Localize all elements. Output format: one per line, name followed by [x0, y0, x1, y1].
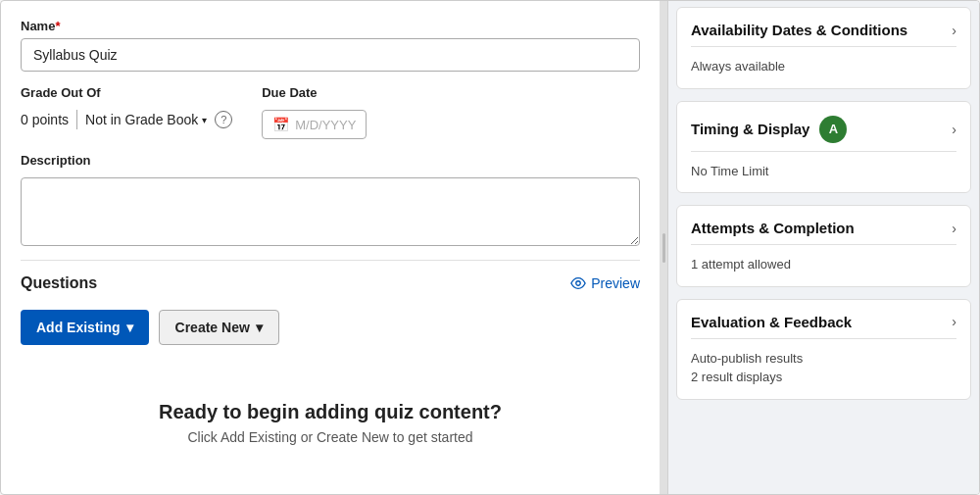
create-new-button[interactable]: Create New ▾: [159, 310, 279, 345]
grade-row: 0 points Not in Grade Book ▾ ?: [21, 110, 232, 129]
questions-header: Questions Preview: [21, 274, 640, 292]
description-label: Description: [21, 153, 640, 168]
page-container: Name* Grade Out Of 0 points Not in Grade…: [0, 0, 980, 495]
preview-button[interactable]: Preview: [570, 275, 640, 291]
empty-state: Ready to begin adding quiz content? Clic…: [21, 359, 640, 476]
grade-section: Grade Out Of 0 points Not in Grade Book …: [21, 85, 232, 129]
create-new-chevron-icon: ▾: [256, 320, 263, 335]
attempts-section: Attempts & Completion › 1 attempt allowe…: [676, 205, 971, 287]
grade-book-label: Not in Grade Book: [85, 112, 198, 127]
date-input-wrapper[interactable]: 📅 M/D/YYYY: [262, 110, 367, 139]
timing-detail: No Time Limit: [691, 162, 956, 181]
description-section: Description: [21, 153, 640, 246]
evaluation-divider: [691, 338, 956, 339]
grade-label: Grade Out Of: [21, 85, 232, 100]
empty-state-desc: Click Add Existing or Create New to get …: [187, 429, 472, 445]
help-icon[interactable]: ?: [215, 111, 232, 128]
date-placeholder: M/D/YYYY: [295, 118, 356, 132]
svg-point-0: [576, 281, 580, 285]
questions-title: Questions: [21, 274, 97, 292]
grade-book-button[interactable]: Not in Grade Book ▾: [85, 112, 207, 127]
availability-divider: [691, 46, 956, 47]
attempts-chevron-icon: ›: [952, 221, 956, 236]
availability-header[interactable]: Availability Dates & Conditions ›: [677, 8, 970, 46]
timing-badge: A: [819, 116, 847, 143]
add-existing-button[interactable]: Add Existing ▾: [21, 310, 149, 345]
add-existing-label: Add Existing: [36, 320, 121, 335]
availability-detail: Always available: [691, 57, 956, 76]
availability-title: Availability Dates & Conditions: [691, 22, 907, 38]
name-label: Name*: [21, 19, 640, 33]
evaluation-title: Evaluation & Feedback: [691, 314, 852, 330]
attempts-title: Attempts & Completion: [691, 220, 855, 236]
create-new-label: Create New: [175, 320, 250, 335]
empty-state-title: Ready to begin adding quiz content?: [159, 401, 502, 423]
buttons-row: Add Existing ▾ Create New ▾: [21, 310, 640, 345]
availability-chevron-icon: ›: [952, 23, 956, 38]
calendar-icon: 📅: [272, 117, 289, 132]
attempts-detail: 1 attempt allowed: [691, 255, 956, 274]
attempts-body: 1 attempt allowed: [677, 255, 970, 286]
evaluation-body: Auto-publish results2 result displays: [677, 349, 970, 399]
evaluation-chevron-icon: ›: [952, 314, 956, 329]
due-date-section: Due Date 📅 M/D/YYYY: [262, 85, 367, 139]
attempts-divider: [691, 244, 956, 245]
grade-book-chevron-icon: ▾: [202, 115, 207, 125]
description-textarea[interactable]: [21, 177, 640, 246]
add-existing-chevron-icon: ▾: [126, 320, 133, 335]
grade-points: 0 points: [21, 112, 69, 127]
left-panel: Name* Grade Out Of 0 points Not in Grade…: [1, 1, 660, 494]
grade-divider: [76, 110, 77, 129]
timing-header[interactable]: Timing & Display A ›: [677, 102, 970, 151]
timing-section: Timing & Display A › No Time Limit: [676, 101, 971, 194]
timing-divider: [691, 151, 956, 152]
timing-body: No Time Limit: [677, 162, 970, 193]
evaluation-header[interactable]: Evaluation & Feedback ›: [677, 300, 970, 338]
due-date-label: Due Date: [262, 85, 367, 100]
attempts-header[interactable]: Attempts & Completion ›: [677, 206, 970, 244]
timing-chevron-icon: ›: [952, 122, 956, 137]
evaluation-detail: Auto-publish results2 result displays: [691, 349, 956, 387]
name-input[interactable]: [21, 38, 640, 72]
timing-title: Timing & Display: [691, 121, 809, 137]
section-divider: [21, 260, 640, 261]
availability-section: Availability Dates & Conditions › Always…: [676, 7, 971, 89]
preview-icon: [570, 276, 586, 290]
panel-divider: [660, 1, 667, 494]
right-panel: Availability Dates & Conditions › Always…: [667, 1, 979, 494]
availability-body: Always available: [677, 57, 970, 88]
evaluation-section: Evaluation & Feedback › Auto-publish res…: [676, 299, 971, 400]
name-field-group: Name*: [21, 19, 640, 72]
grade-due-row: Grade Out Of 0 points Not in Grade Book …: [21, 85, 640, 139]
